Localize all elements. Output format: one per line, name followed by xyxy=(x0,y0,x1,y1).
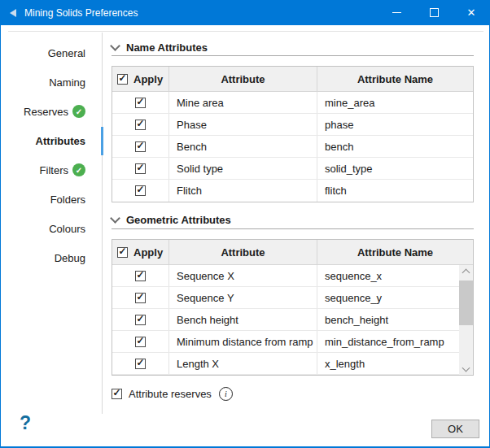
close-icon: ✕ xyxy=(467,7,476,18)
apply-all-checkbox[interactable] xyxy=(117,247,128,258)
sidebar-item-general[interactable]: General xyxy=(1,38,102,67)
row-apply-checkbox[interactable] xyxy=(135,141,146,152)
apply-cell xyxy=(112,265,169,286)
attribute-cell: Flitch xyxy=(169,180,317,202)
attribute-reserves-checkbox[interactable] xyxy=(112,389,122,399)
row-apply-checkbox[interactable] xyxy=(135,359,146,369)
maximize-button[interactable] xyxy=(415,0,453,25)
close-button[interactable]: ✕ xyxy=(453,0,490,25)
caption-buttons: ✕ xyxy=(378,0,490,25)
chevron-down-icon xyxy=(462,363,470,372)
table-row[interactable]: Bench heightbench_height xyxy=(112,309,459,331)
scrollbar-thumb[interactable] xyxy=(459,281,473,325)
sidebar-item-attributes[interactable]: Attributes xyxy=(1,126,102,155)
section-rule xyxy=(112,55,474,56)
attribute-name-cell: sequence_y xyxy=(317,287,459,308)
attribute-cell: Bench xyxy=(169,136,317,157)
row-apply-checkbox[interactable] xyxy=(135,98,146,108)
table-row[interactable]: Solid typesolid_type xyxy=(112,158,473,180)
sidebar-item-label: Folders xyxy=(50,194,85,206)
apply-cell xyxy=(112,114,169,135)
apply-column-header: Apply xyxy=(112,67,169,91)
attribute-cell: Sequence Y xyxy=(169,287,317,308)
sidebar-item-label: Debug xyxy=(55,252,85,264)
row-apply-checkbox[interactable] xyxy=(135,163,146,174)
attribute-cell: Mine area xyxy=(169,92,317,113)
apply-cell xyxy=(112,158,169,179)
attribute-cell: Minimum distance from ramp xyxy=(169,331,317,352)
table-row[interactable]: Benchbench xyxy=(112,136,473,158)
sidebar-item-naming[interactable]: Naming xyxy=(1,67,102,97)
table-body: Mine areamine_areaPhasephaseBenchbenchSo… xyxy=(112,92,473,202)
attribute-reserves-label: Attribute reserves xyxy=(129,388,212,400)
table-row[interactable]: Phasephase xyxy=(112,114,473,136)
apply-column-label: Apply xyxy=(133,246,163,259)
attribute-cell: Length X xyxy=(169,353,317,374)
section-header-name-attributes[interactable]: Name Attributes xyxy=(112,39,474,55)
content-top-divider xyxy=(8,31,483,32)
scroll-down-button[interactable] xyxy=(459,362,473,375)
vertical-scrollbar[interactable] xyxy=(459,265,473,375)
apply-cell xyxy=(112,331,169,352)
attribute-name-column-header: Attribute Name xyxy=(317,240,473,264)
sidebar-item-label: General xyxy=(48,47,85,59)
apply-cell xyxy=(112,287,169,308)
minimize-button[interactable] xyxy=(378,0,415,25)
help-button[interactable]: ? xyxy=(20,412,31,435)
row-apply-checkbox[interactable] xyxy=(135,315,146,325)
scroll-up-button[interactable] xyxy=(459,265,473,278)
apply-all-checkbox[interactable] xyxy=(117,74,128,85)
sidebar-item-label: Attributes xyxy=(36,135,85,147)
attribute-reserves-row: Attribute reserves i xyxy=(112,387,233,401)
apply-cell xyxy=(112,92,169,113)
attribute-name-cell: min_distance_from_ramp xyxy=(317,331,459,352)
maximize-icon xyxy=(430,8,439,17)
title-bar: Mining Solids Preferences ✕ xyxy=(0,0,490,25)
row-apply-checkbox[interactable] xyxy=(135,337,146,347)
row-apply-checkbox[interactable] xyxy=(135,271,146,281)
section-title: Geometric Attributes xyxy=(126,214,231,226)
attribute-column-header: Attribute xyxy=(169,67,317,91)
sidebar-item-debug[interactable]: Debug xyxy=(1,243,102,272)
attribute-name-cell: mine_area xyxy=(317,92,473,113)
attribute-name-cell: sequence_x xyxy=(317,265,459,286)
apply-cell xyxy=(112,353,169,374)
geometric-attributes-table: Apply Attribute Attribute Name Sequence … xyxy=(112,239,474,376)
attribute-cell: Solid type xyxy=(169,158,317,179)
attribute-name-cell: bench_height xyxy=(317,309,459,330)
sidebar-item-label: Naming xyxy=(49,76,85,89)
table-row[interactable]: Sequence Ysequence_y xyxy=(112,287,459,309)
sidebar-item-label: Filters xyxy=(40,164,68,176)
sidebar-item-folders[interactable]: Folders xyxy=(1,185,102,214)
chevron-up-icon xyxy=(462,269,470,277)
table-row[interactable]: Minimum distance from rampmin_distance_f… xyxy=(112,331,459,353)
table-row[interactable]: Length Xx_length xyxy=(112,353,459,375)
minimize-icon xyxy=(392,12,401,13)
section-rule xyxy=(112,228,474,229)
sidebar-item-filters[interactable]: Filters✓ xyxy=(1,155,102,185)
sidebar-item-colours[interactable]: Colours xyxy=(1,214,102,243)
attribute-name-cell: bench xyxy=(317,136,473,157)
ok-button[interactable]: OK xyxy=(431,420,479,438)
table-row[interactable]: Mine areamine_area xyxy=(112,92,473,114)
row-apply-checkbox[interactable] xyxy=(135,293,146,303)
chevron-down-icon xyxy=(110,213,120,224)
sidebar-item-label: Reserves xyxy=(24,106,68,118)
table-header-row: Apply Attribute Attribute Name xyxy=(112,67,473,92)
table-row[interactable]: Sequence Xsequence_x xyxy=(112,265,459,287)
table-row[interactable]: Flitchflitch xyxy=(112,180,473,202)
apply-cell xyxy=(112,309,169,330)
sidebar-item-reserves[interactable]: Reserves✓ xyxy=(1,97,102,126)
info-icon[interactable]: i xyxy=(219,387,233,401)
check-badge-icon: ✓ xyxy=(72,163,85,176)
attribute-cell: Phase xyxy=(169,114,317,135)
attribute-cell: Sequence X xyxy=(169,265,317,286)
sidebar-item-label: Colours xyxy=(49,223,85,235)
row-apply-checkbox[interactable] xyxy=(135,120,146,130)
sidebar-selection-indicator xyxy=(101,127,103,155)
row-apply-checkbox[interactable] xyxy=(135,185,146,196)
table-body: Sequence Xsequence_xSequence Ysequence_y… xyxy=(112,265,473,375)
section-header-geometric-attributes[interactable]: Geometric Attributes xyxy=(112,211,474,228)
sidebar-divider xyxy=(102,33,103,414)
name-attributes-table: Apply Attribute Attribute Name Mine area… xyxy=(112,66,474,202)
